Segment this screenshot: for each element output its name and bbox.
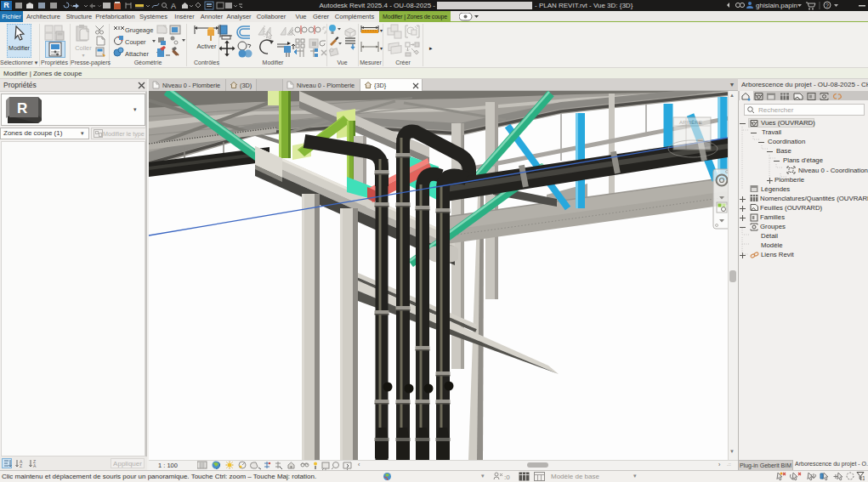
svg-text:R: R <box>17 100 27 116</box>
svg-text:A: A <box>33 463 37 468</box>
svg-text:ARRIÈRE: ARRIÈRE <box>679 120 702 125</box>
svg-text::0: :0 <box>504 473 510 481</box>
svg-text:?: ? <box>825 3 829 9</box>
svg-text:Couper: Couper <box>125 38 146 46</box>
svg-text:Grugeage: Grugeage <box>125 26 153 34</box>
svg-text:A: A <box>171 2 176 10</box>
svg-text:Z: Z <box>20 463 22 468</box>
svg-text::1: :1 <box>860 475 865 481</box>
svg-text:Attacher: Attacher <box>125 50 149 58</box>
svg-text:ghislain.papin: ghislain.papin <box>756 2 797 9</box>
